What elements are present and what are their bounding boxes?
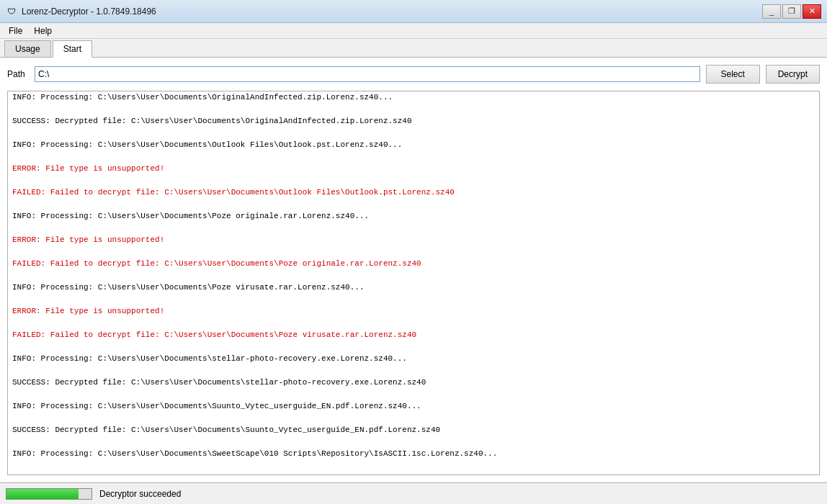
window-controls: _ ❐ ✕ — [762, 4, 821, 19]
menu-help[interactable]: Help — [28, 24, 58, 37]
main-content: Path Select Decrypt INFO: Processing: C:… — [0, 58, 827, 482]
log-line: SUCCESS: Decrypted file: C:\Users\User\D… — [12, 115, 815, 127]
close-button[interactable]: ✕ — [803, 4, 821, 19]
log-line: INFO: Processing: C:\Users\User\Document… — [12, 448, 815, 460]
log-line: SUCCESS: Decrypted file: C:\Users\User\D… — [12, 424, 815, 436]
menu-file[interactable]: File — [3, 24, 28, 37]
log-line: INFO: Processing: C:\Users\User\Document… — [12, 139, 815, 151]
select-button[interactable]: Select — [706, 65, 760, 84]
log-line: ERROR: File type is unsupported! — [12, 234, 815, 246]
log-area[interactable]: INFO: Processing: C:\Users\User\Document… — [8, 91, 819, 474]
log-line: INFO: Processing: C:\Users\User\Document… — [12, 400, 815, 413]
tab-start[interactable]: Start — [53, 40, 92, 58]
path-input[interactable] — [35, 66, 700, 82]
status-text: Decryptor succeeded — [99, 489, 181, 499]
decrypt-button[interactable]: Decrypt — [766, 65, 820, 84]
app-title: Lorenz-Decryptor - 1.0.7849.18496 — [22, 6, 762, 17]
path-row: Path Select Decrypt — [7, 65, 820, 84]
minimize-button[interactable]: _ — [762, 4, 781, 19]
restore-button[interactable]: ❐ — [782, 4, 801, 19]
menu-bar: File Help — [0, 23, 827, 39]
title-bar: 🛡 Lorenz-Decryptor - 1.0.7849.18496 _ ❐ … — [0, 0, 827, 23]
app-icon: 🛡 — [6, 6, 17, 17]
log-line: FAILED: Failed to decrypt file: C:\Users… — [12, 186, 815, 199]
log-container: INFO: Processing: C:\Users\User\Document… — [7, 91, 820, 475]
log-line: INFO: Processing: C:\Users\User\Document… — [12, 282, 815, 294]
tab-usage[interactable]: Usage — [4, 40, 51, 57]
log-line: ERROR: File type is unsupported! — [12, 163, 815, 175]
log-line: FAILED: Failed to decrypt file: C:\Users… — [12, 258, 815, 270]
status-bar: Decryptor succeeded — [0, 482, 827, 504]
log-line: INFO: Processing: C:\Users\User\Document… — [12, 210, 815, 222]
path-label: Path — [7, 69, 29, 79]
log-line: FAILED: Failed to decrypt file: C:\Users… — [12, 329, 815, 341]
log-line: INFO: Processing: C:\Users\User\Document… — [12, 91, 815, 104]
tab-bar: Usage Start — [0, 39, 827, 58]
log-line: SUCCESS: Decrypted file: C:\Users\User\D… — [12, 377, 815, 389]
log-line: INFO: Processing: C:\Users\User\Document… — [12, 353, 815, 365]
log-line: ERROR: File type is unsupported! — [12, 305, 815, 318]
progress-bar-container — [6, 488, 92, 500]
progress-bar-fill — [6, 489, 79, 499]
